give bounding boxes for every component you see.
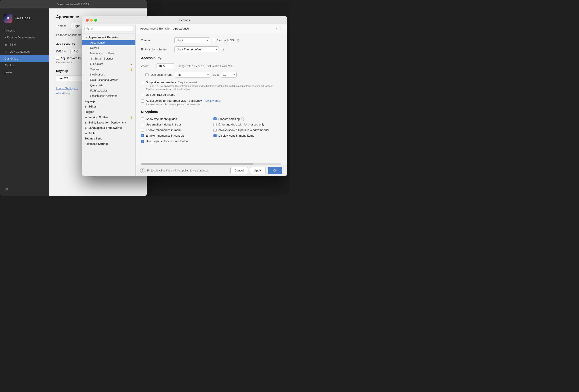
tree-item-path-variables[interactable]: Path Variables [82, 88, 136, 93]
theme-label: Theme: [141, 39, 172, 42]
tree-group-label: Plugins [84, 110, 94, 113]
tree-group-build-execution[interactable]: ▶ Build, Execution, Deployment [82, 120, 136, 125]
footer-buttons: Cancel Apply OK [230, 167, 282, 174]
welcome-sidebar: IJ IntelliJ IDEA Projects ▾ Remote Devel… [0, 8, 49, 196]
editor-color-select[interactable]: Light Theme default [174, 47, 219, 53]
cancel-button[interactable]: Cancel [230, 167, 248, 174]
maximize-button[interactable] [94, 19, 97, 22]
custom-font-row: Use custom font: Inter ▾ Size: 13 [145, 72, 282, 77]
mnemonics-controls-label: Enable mnemonics in controls [146, 134, 184, 137]
show-tree-indent-checkbox[interactable] [141, 117, 144, 120]
tree-item-file-colors[interactable]: File Colors 🔒 [82, 61, 136, 67]
breadcrumb-current: Appearance [173, 27, 189, 30]
app-name: IntelliJ IDEA [15, 17, 30, 20]
close-button[interactable] [86, 19, 89, 22]
zoom-label: Zoom: [141, 64, 154, 68]
sync-os-label: Sync with OS [217, 39, 234, 42]
expand-icon: ▶ [90, 57, 93, 60]
tree-item-label: Appearance [90, 41, 105, 44]
smaller-indents-checkbox[interactable] [141, 123, 144, 126]
sidebar-item-customize[interactable]: Customize [0, 55, 49, 62]
apply-button[interactable]: Apply [250, 167, 266, 174]
tree-group-settings-sync[interactable]: Settings Sync [82, 136, 136, 141]
back-button[interactable]: ‹ [275, 26, 278, 30]
mnemonics-controls-checkbox[interactable]: ✓ [141, 134, 144, 137]
search-icon: 🔍 [86, 27, 90, 30]
lock-icon: 🔒 [130, 116, 133, 119]
adjust-colors-checkbox[interactable] [141, 100, 144, 103]
tree-item-presentation-assistant[interactable]: Presentation Assistant [82, 93, 136, 99]
theme-gear-button[interactable]: ⚙ [236, 38, 240, 43]
always-full-path-checkbox[interactable] [214, 129, 217, 132]
tree-item-label: Menus and Toolbars [90, 52, 114, 55]
tree-item-system-settings[interactable]: ▶ System Settings [82, 56, 136, 61]
tree-group-label: Tools [88, 132, 95, 135]
sidebar-item-plugins[interactable]: Plugins [0, 62, 49, 69]
settings-gear-button[interactable]: ⚙ [3, 186, 10, 192]
adjust-colors-row: Adjust colors for red-green vision defic… [141, 99, 282, 106]
sidebar-bottom: ⚙ [0, 186, 49, 192]
breadcrumb-parent: Appearance & Behavior [140, 27, 171, 30]
project-colors-checkbox[interactable]: ✓ [141, 140, 144, 143]
sidebar-item-ssh[interactable]: ▦ SSH [0, 41, 49, 48]
editor-color-label: Editor color scheme: [141, 48, 172, 51]
size-select[interactable]: 13 [221, 72, 237, 77]
footer-help-button[interactable]: ? [140, 168, 145, 173]
tree-item-quick-lists[interactable]: Quick Lists [82, 83, 136, 88]
sidebar-item-learn[interactable]: Learn [0, 69, 49, 76]
sync-os-checkbox[interactable] [212, 39, 215, 42]
tree-item-scopes[interactable]: Scopes 🔒 [82, 67, 136, 72]
editor-color-form-row: Editor color scheme: Light Theme default… [141, 47, 282, 53]
mnemonics-menu-checkbox[interactable] [141, 129, 144, 132]
forward-button[interactable]: › [280, 26, 282, 30]
footer-note: Project-level settings will be applied t… [147, 169, 228, 172]
smooth-scrolling-checkbox[interactable]: ✓ [214, 117, 217, 120]
tree-item-data-editor[interactable]: Data Editor and Viewer [82, 77, 136, 83]
custom-font-checkbox[interactable] [145, 73, 148, 76]
tree-group-advanced-settings[interactable]: Advanced Settings [82, 141, 136, 147]
minimize-button[interactable] [90, 19, 93, 22]
font-select[interactable]: Inter [175, 72, 210, 77]
tree-group-languages-frameworks[interactable]: ▶ Languages & Frameworks [82, 125, 136, 131]
sidebar-item-dev-containers[interactable]: ⬡ Dev Containers [0, 48, 49, 55]
horizontal-scrollbar[interactable] [141, 163, 282, 165]
settings-footer: ? Project-level settings will be applied… [136, 165, 287, 176]
display-icons-checkbox[interactable]: ✓ [214, 134, 217, 137]
breadcrumb-nav: Appearance & Behavior › Appearance [140, 27, 274, 30]
mnemonics-controls-item: ✓ Enable mnemonics in controls [141, 134, 209, 137]
tree-item-notifications[interactable]: Notifications [82, 72, 136, 77]
zoom-hint: Change with ^⇧= or ^⇧-. Set to 100% with… [177, 65, 233, 68]
drag-drop-alt-checkbox[interactable] [214, 123, 217, 126]
tree-item-menus-toolbars[interactable]: Menus and Toolbars [82, 51, 136, 56]
how-it-works-link[interactable]: How it works [204, 99, 220, 102]
all-settings-link[interactable]: All settings... [56, 92, 72, 95]
zoom-select[interactable]: 100% [156, 63, 174, 69]
tree-group-label: Editor [88, 105, 96, 108]
tree-group-appearance-behavior[interactable]: ▾ Appearance & Behavior [82, 35, 136, 40]
tree-item-label: New UI [90, 47, 99, 50]
tree-group-version-control[interactable]: ▶ Version Control 🔒 [82, 114, 136, 120]
settings-search-input[interactable] [84, 26, 133, 32]
smooth-scrolling-help[interactable]: ? [241, 117, 245, 121]
tree-group-editor[interactable]: ▶ Editor [82, 104, 136, 109]
tree-group-plugins[interactable]: Plugins [82, 109, 136, 114]
sidebar-item-projects[interactable]: Projects [0, 27, 49, 34]
remote-dev-expand: ▾ [4, 36, 6, 39]
ok-button[interactable]: OK [268, 167, 282, 174]
requires-restart-note: Requires restart [178, 81, 197, 84]
tree-group-keymap[interactable]: Keymap [82, 99, 136, 104]
tree-group-tools[interactable]: ▶ Tools [82, 131, 136, 136]
settings-titlebar: Settings [82, 16, 287, 24]
adjust-colors-checkbox[interactable] [56, 57, 59, 59]
app-logo: IJ IntelliJ IDEA [0, 12, 49, 27]
mnemonics-menu-item: Enable mnemonics in menu [141, 128, 209, 132]
sidebar-item-remote-dev[interactable]: ▾ Remote Development [0, 34, 49, 41]
screen-readers-checkbox[interactable] [141, 81, 144, 84]
theme-select[interactable]: Light Dark [174, 37, 210, 43]
tree-item-appearance[interactable]: Appearance [82, 40, 136, 45]
tree-item-new-ui[interactable]: New UI [82, 45, 136, 51]
editor-color-gear-button[interactable]: ⚙ [221, 47, 225, 52]
contrast-scrollbars-checkbox[interactable] [141, 93, 144, 96]
settings-dialog: Settings 🔍 ▾ Appearance & Behavior Appea… [82, 16, 287, 176]
import-settings-link[interactable]: Import Settings... [56, 87, 78, 90]
